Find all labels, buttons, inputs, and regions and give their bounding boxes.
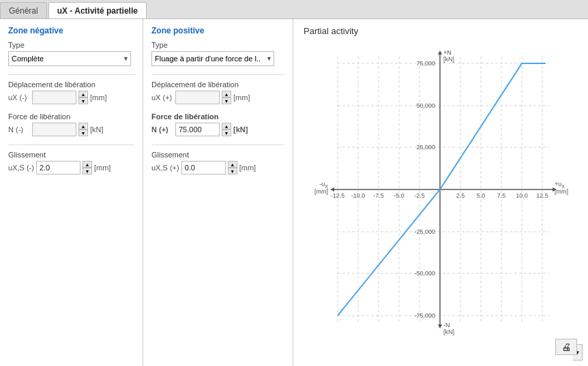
svg-text:-N: -N bbox=[443, 322, 450, 329]
force-sub-positive: N (+) bbox=[151, 125, 173, 134]
type-select-positive[interactable]: Fluage à partir d'une force de l... Aucu… bbox=[151, 51, 274, 66]
glissement-up-positive[interactable]: ▲ bbox=[228, 161, 237, 168]
glissement-input-row-negative: uX,S (-) ▲ ▼ [mm] bbox=[8, 161, 134, 174]
force-field-positive: Force de libération N (+) ▲ ▼ [kN] bbox=[151, 112, 284, 136]
deplacement-input-row-negative: uX (-) ▲ ▼ [mm] bbox=[8, 91, 134, 104]
type-label-positive: Type bbox=[151, 41, 284, 49]
type-select-negative[interactable]: Complète Aucune bbox=[8, 51, 131, 66]
type-select-wrapper-negative: Complète Aucune ▼ bbox=[8, 51, 131, 66]
type-field-negative: Type Complète Aucune ▼ bbox=[8, 41, 134, 66]
glissement-input-negative[interactable] bbox=[36, 161, 80, 174]
force-input-row-positive: N (+) ▲ ▼ [kN] bbox=[151, 123, 284, 136]
svg-text:[kN]: [kN] bbox=[443, 329, 454, 335]
tab-ux-partial[interactable]: uX - Activité partielle bbox=[48, 2, 147, 18]
svg-text:-7.5: -7.5 bbox=[373, 192, 384, 199]
chart-title: Partial activity bbox=[304, 26, 578, 36]
svg-text:[mm]: [mm] bbox=[314, 188, 328, 195]
glissement-input-row-positive: uX,S (+) ▲ ▼ [mm] bbox=[151, 161, 284, 174]
print-icon: 🖨 bbox=[561, 341, 571, 352]
zone-positive-panel: Zone positive Type Fluage à partir d'une… bbox=[143, 19, 293, 366]
print-button-row: 🖨 ▼ bbox=[573, 344, 583, 361]
force-up-negative[interactable]: ▲ bbox=[78, 123, 88, 129]
tabs-bar: Général uX - Activité partielle bbox=[0, 0, 588, 19]
svg-text:-75,000: -75,000 bbox=[414, 312, 435, 319]
deplacement-input-negative[interactable] bbox=[32, 91, 76, 104]
glissement-spin-negative: ▲ ▼ bbox=[83, 161, 92, 174]
svg-text:75,000: 75,000 bbox=[416, 60, 435, 67]
svg-text:-50,000: -50,000 bbox=[414, 270, 435, 277]
force-unit-positive: [kN] bbox=[233, 125, 248, 134]
deplacement-sub-negative: uX (-) bbox=[8, 93, 30, 102]
svg-text:-25,000: -25,000 bbox=[414, 228, 435, 235]
glissement-label-negative: Glissement bbox=[8, 151, 134, 159]
glissement-field-negative: Glissement uX,S (-) ▲ ▼ [mm] bbox=[8, 151, 134, 174]
force-label-negative: Force de libération bbox=[8, 112, 134, 121]
force-spin-negative: ▲ ▼ bbox=[78, 123, 88, 136]
deplacement-spin-negative: ▲ ▼ bbox=[78, 91, 88, 104]
force-spin-positive: ▲ ▼ bbox=[222, 123, 231, 136]
deplacement-spin-positive: ▲ ▼ bbox=[222, 91, 231, 104]
glissement-down-negative[interactable]: ▼ bbox=[83, 168, 92, 174]
svg-text:2.5: 2.5 bbox=[456, 192, 465, 199]
force-up-positive[interactable]: ▲ bbox=[222, 123, 231, 129]
force-label-positive: Force de libération bbox=[151, 112, 284, 121]
svg-text:5.0: 5.0 bbox=[477, 192, 486, 199]
deplacement-input-positive[interactable] bbox=[175, 91, 220, 104]
svg-text:[kN]: [kN] bbox=[443, 56, 454, 63]
glissement-unit-positive: [mm] bbox=[239, 164, 256, 172]
print-button[interactable]: 🖨 bbox=[555, 339, 577, 355]
svg-text:50,000: 50,000 bbox=[416, 102, 435, 109]
glissement-unit-negative: [mm] bbox=[94, 164, 111, 172]
deplacement-down-positive[interactable]: ▼ bbox=[222, 97, 231, 104]
zone-negative-title: Zone négative bbox=[8, 26, 134, 35]
force-input-negative[interactable] bbox=[32, 123, 76, 136]
svg-text:-2.5: -2.5 bbox=[414, 192, 425, 199]
glissement-sub-positive: uX,S (+) bbox=[151, 164, 179, 172]
glissement-label-positive: Glissement bbox=[151, 151, 284, 159]
svg-text:7.5: 7.5 bbox=[497, 192, 506, 199]
deplacement-up-negative[interactable]: ▲ bbox=[78, 91, 88, 97]
zone-positive-title: Zone positive bbox=[151, 26, 284, 35]
force-unit-negative: [kN] bbox=[90, 125, 104, 134]
main-content: Zone négative Type Complète Aucune ▼ Dép… bbox=[0, 19, 588, 366]
glissement-field-positive: Glissement uX,S (+) ▲ ▼ [mm] bbox=[151, 151, 284, 174]
deplacement-up-positive[interactable]: ▲ bbox=[222, 91, 231, 97]
deplacement-unit-positive: [mm] bbox=[233, 93, 250, 102]
chart-container: .grid-line { stroke: #ccc; stroke-width:… bbox=[310, 40, 570, 346]
type-select-wrapper-positive: Fluage à partir d'une force de l... Aucu… bbox=[151, 51, 274, 66]
svg-text:25,000: 25,000 bbox=[416, 144, 435, 151]
deplacement-field-positive: Déplacement de libération uX (+) ▲ ▼ [mm… bbox=[151, 80, 284, 104]
force-input-positive[interactable] bbox=[175, 123, 220, 136]
force-field-negative: Force de libération N (-) ▲ ▼ [kN] bbox=[8, 112, 134, 136]
chart-area: Partial activity .grid-line { stroke: #c… bbox=[293, 19, 588, 366]
svg-marker-20 bbox=[438, 50, 442, 55]
glissement-up-negative[interactable]: ▲ bbox=[83, 161, 92, 168]
deplacement-sub-positive: uX (+) bbox=[151, 93, 173, 102]
svg-text:12.5: 12.5 bbox=[536, 192, 548, 199]
svg-text:+N: +N bbox=[443, 49, 452, 56]
deplacement-label-negative: Déplacement de libération bbox=[8, 80, 134, 89]
type-field-positive: Type Fluage à partir d'une force de l...… bbox=[151, 41, 284, 66]
chart-svg: .grid-line { stroke: #ccc; stroke-width:… bbox=[310, 40, 570, 346]
svg-text:-12.5: -12.5 bbox=[331, 192, 345, 199]
glissement-down-positive[interactable]: ▼ bbox=[228, 168, 237, 174]
force-sub-negative: N (-) bbox=[8, 125, 30, 134]
tab-general[interactable]: Général bbox=[0, 2, 47, 18]
force-input-row-negative: N (-) ▲ ▼ [kN] bbox=[8, 123, 134, 136]
type-label-negative: Type bbox=[8, 41, 134, 49]
deplacement-field-negative: Déplacement de libération uX (-) ▲ ▼ [mm… bbox=[8, 80, 134, 104]
svg-text:10.0: 10.0 bbox=[516, 192, 528, 199]
glissement-input-positive[interactable] bbox=[181, 161, 226, 174]
deplacement-unit-negative: [mm] bbox=[90, 93, 106, 102]
force-down-negative[interactable]: ▼ bbox=[78, 129, 88, 136]
svg-marker-18 bbox=[330, 187, 334, 192]
deplacement-down-negative[interactable]: ▼ bbox=[78, 97, 88, 104]
svg-text:[mm]: [mm] bbox=[555, 188, 568, 195]
deplacement-input-row-positive: uX (+) ▲ ▼ [mm] bbox=[151, 91, 284, 104]
svg-marker-21 bbox=[438, 324, 442, 329]
glissement-sub-negative: uX,S (-) bbox=[8, 164, 34, 172]
svg-text:-10.0: -10.0 bbox=[351, 192, 366, 199]
zone-negative-panel: Zone négative Type Complète Aucune ▼ Dép… bbox=[0, 19, 143, 366]
force-down-positive[interactable]: ▼ bbox=[222, 129, 231, 136]
glissement-spin-positive: ▲ ▼ bbox=[228, 161, 237, 174]
